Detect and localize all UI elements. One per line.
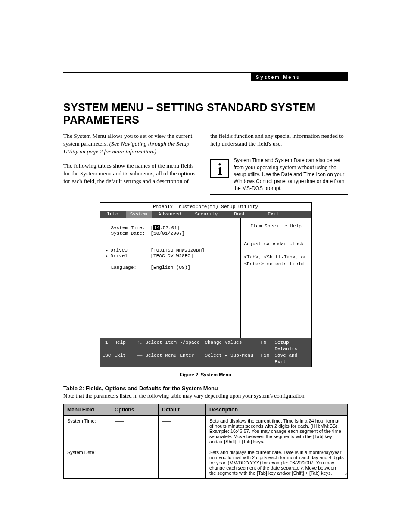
bios-time-label: System Time: [103,225,151,230]
bios-drive0-value: [FUJITSU MHW2120BH] [151,248,237,253]
bios-tab-advanced: Advanced [152,211,188,218]
intro-para-2: The following tables show the names of t… [63,162,201,186]
bios-tab-info: Info [100,211,126,218]
table-row: System Date: —— —— Sets and displays the… [64,447,348,478]
info-callout: 1 System Time and System Date can also b… [210,154,348,195]
bios-drive1-label: Drive1 [103,253,151,258]
cell-field: System Date: [64,447,111,478]
bios-footer: F1 Help ↑↓ Select Item -/Space Change Va… [100,338,311,366]
table-note: Note that the parameters listed in the f… [63,392,348,399]
bios-tab-security: Security [188,211,225,218]
bios-left-panel: System Time: [14:57:01] System Date: [10… [100,218,240,338]
bf-select-item: ↑↓ Select Item [137,339,180,352]
bf-enter-key: Enter [180,352,205,365]
bios-drive1-value: [TEAC DV-W28EC] [151,253,237,258]
bios-tabs: Info System Advanced Security Boot Exit [100,211,311,218]
bios-tab-boot: Boot [225,211,255,218]
bios-time-value: [14:57:01] [151,225,237,230]
header-bar: System Menu [63,72,348,81]
bios-drive0-label: Drive0 [103,248,151,253]
bios-screenshot: Phoenix TrustedCore(tm) Setup Utility In… [100,202,312,367]
bios-lang-label: Language: [103,265,151,270]
bios-date-label: System Date: [103,231,151,236]
table-title: Table 2: Fields, Options and Defaults fo… [63,385,348,392]
cell-options: —— [111,415,159,447]
bf-f9-key: F9 [261,339,275,352]
bf-space-key: -/Space [180,339,205,352]
bf-setup-defaults: Setup Defaults [275,339,309,352]
cell-desc: Sets and displays the current time. Time… [206,415,348,447]
page-number: 5 [345,470,348,477]
bios-lang-value: [English (US)] [151,265,237,270]
bios-tab-system: System [126,211,152,218]
info-text: System Time and System Date can also be … [234,157,348,192]
bf-esc-key: ESC [103,352,115,365]
bios-right-panel: Item Specific Help Adjust calendar clock… [240,218,311,338]
bf-submenu: Select ▸ Sub-Menu [205,352,261,365]
header-label: System Menu [251,73,348,81]
bf-select-menu: ←→ Select Menu [137,352,180,365]
bios-help-header: Item Specific Help [241,218,311,234]
bf-exit: Exit [115,352,137,365]
intro-para-3: the field's function and any special inf… [210,132,348,148]
bf-f1-key: F1 [103,339,115,352]
bios-help-line1: Adjust calendar clock. [244,240,308,248]
bios-help-line2: <Tab>, <Shift-Tab>, or <Enter> selects f… [244,254,308,268]
page-title: SYSTEM MENU – SETTING STANDARD SYSTEM PA… [63,101,348,126]
intro-para-1: The System Menu allows you to set or vie… [63,132,201,156]
th-desc: Description [206,404,348,415]
th-options: Options [111,404,159,415]
bf-help: Help [115,339,137,352]
bios-tab-exit: Exit [255,211,311,218]
info-icon: 1 [210,159,229,178]
bios-date-value: [10/01/2007] [151,231,237,236]
bf-f10-key: F10 [261,352,275,365]
figure-caption: Figure 2. System Menu [63,372,348,377]
th-default: Default [159,404,206,415]
cell-default: —— [159,447,206,478]
table-row: System Time: —— —— Sets and displays the… [64,415,348,447]
cell-field: System Time: [64,415,111,447]
cell-default: —— [159,415,206,447]
th-field: Menu Field [64,404,111,415]
cell-desc: Sets and displays the current date. Date… [206,447,348,478]
bf-change-values: Change Values [205,339,261,352]
cell-options: —— [111,447,159,478]
bios-title: Phoenix TrustedCore(tm) Setup Utility [100,203,311,211]
bf-save-exit: Save and Exit [275,352,309,365]
options-table: Menu Field Options Default Description S… [63,404,348,479]
